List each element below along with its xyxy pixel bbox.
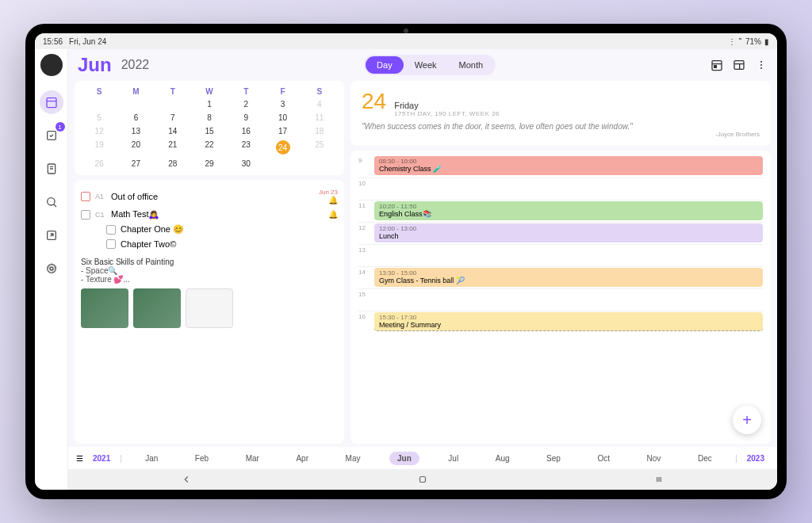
cal-day[interactable]: 8 [191, 111, 228, 124]
cal-day[interactable]: 23 [228, 138, 264, 157]
strip-month-aug[interactable]: Aug [488, 452, 518, 465]
strip-month-may[interactable]: May [338, 452, 369, 465]
strip-month-dec[interactable]: Dec [690, 452, 720, 465]
schedule-row: 13 [358, 244, 763, 266]
cal-day[interactable]: 2 [228, 97, 264, 111]
subtask-item[interactable]: Chapter One 😊 [106, 222, 338, 237]
schedule-event[interactable]: 13:30 - 15:00Gym Class - Tennis ball 🎾 [374, 268, 763, 287]
schedule-row: 10 [358, 178, 763, 200]
sidebar-share-button[interactable] [40, 223, 63, 247]
schedule-hour: 10 [358, 178, 374, 187]
strip-month-apr[interactable]: Apr [288, 452, 316, 465]
recent-button[interactable] [653, 474, 665, 485]
prev-year[interactable]: 2021 [88, 454, 115, 463]
strip-month-sep[interactable]: Sep [538, 452, 569, 465]
cal-day[interactable]: 7 [155, 111, 191, 124]
subtask-item[interactable]: Chapter Two© [106, 237, 338, 251]
view-week-button[interactable]: Week [404, 56, 448, 74]
add-event-button[interactable]: + [733, 406, 761, 434]
sidebar-notes-button[interactable] [40, 157, 63, 181]
task-item[interactable]: C1 Math Test🙇‍♀️ 🔔 [81, 207, 338, 222]
mini-calendar: SMTWTFS 12345678910111213141516171819202… [75, 81, 344, 175]
schedule-event[interactable]: 12:00 - 13:00Lunch [374, 223, 763, 242]
cal-day[interactable]: 26 [81, 157, 117, 170]
cal-day[interactable]: 17 [264, 124, 301, 138]
schedule-event[interactable]: 15:30 - 17:30Meeting / Summary [374, 312, 763, 331]
cal-day[interactable]: 6 [117, 111, 154, 124]
big-date: 24 [362, 89, 386, 114]
cal-day[interactable]: 15 [191, 124, 228, 138]
schedule-hour: 12 [358, 223, 374, 231]
checkbox[interactable] [106, 225, 116, 235]
cal-dow: M [117, 86, 154, 97]
strip-month-feb[interactable]: Feb [187, 452, 216, 465]
strip-month-jul[interactable]: Jul [440, 452, 466, 465]
more-icon[interactable] [755, 59, 768, 71]
cal-day[interactable]: 9 [228, 111, 264, 124]
cal-day[interactable]: 5 [81, 111, 117, 124]
status-date: Fri, Jun 24 [69, 37, 106, 46]
cal-day[interactable]: 4 [301, 97, 338, 111]
sidebar-search-button[interactable] [40, 190, 63, 214]
checkbox[interactable] [81, 192, 90, 201]
tasks-badge: 1 [56, 122, 65, 132]
back-button[interactable] [181, 474, 192, 485]
sidebar-tasks-button[interactable]: 1 [40, 124, 63, 147]
cal-day[interactable]: 22 [191, 138, 228, 157]
schedule-event[interactable]: 10:20 - 11:50English Class📚 [374, 201, 763, 220]
next-year[interactable]: 2023 [742, 454, 769, 463]
sidebar-calendar-button[interactable] [40, 90, 63, 114]
cal-day[interactable]: 11 [301, 111, 338, 124]
cal-day[interactable]: 24 [264, 138, 301, 157]
schedule-row: 1110:20 - 11:50English Class📚 [358, 200, 763, 222]
quote-text: "When success comes in the door, it seem… [362, 122, 760, 131]
strip-month-mar[interactable]: Mar [238, 452, 267, 465]
status-bar: 15:56 Fri, Jun 24 ⋮ ῀ 71% ▮ [35, 33, 777, 49]
note-thumbnail[interactable] [133, 288, 181, 328]
external-link-icon [45, 229, 58, 242]
cal-day[interactable]: 3 [264, 97, 301, 111]
sidebar: 1 [35, 49, 68, 490]
cal-day[interactable]: 21 [155, 138, 191, 157]
avatar[interactable] [40, 54, 63, 76]
today-icon[interactable] [710, 59, 723, 71]
cal-day[interactable]: 16 [228, 124, 264, 138]
strip-month-nov[interactable]: Nov [639, 452, 669, 465]
cal-day[interactable]: 27 [117, 157, 154, 170]
task-item[interactable]: A1 Out of office Jun 23 🔔 [81, 186, 338, 207]
event-time: 12:00 - 13:00 [379, 225, 758, 232]
note-thumbnail[interactable] [81, 288, 128, 328]
cal-day[interactable]: 20 [117, 138, 154, 157]
event-title: Chemistry Class 🧪 [379, 165, 758, 173]
cal-day[interactable]: 28 [155, 157, 191, 170]
home-button[interactable] [417, 474, 428, 485]
event-title: Meeting / Summary [379, 321, 758, 329]
strip-month-oct[interactable]: Oct [589, 452, 618, 465]
cal-day[interactable]: 14 [155, 124, 191, 138]
menu-icon[interactable]: ☰ [76, 454, 83, 463]
sidebar-settings-button[interactable] [40, 257, 63, 281]
view-month-button[interactable]: Month [448, 56, 495, 74]
cal-day[interactable]: 25 [301, 138, 338, 157]
cal-day[interactable]: 10 [264, 111, 301, 124]
cal-day[interactable]: 29 [191, 157, 228, 170]
month-strip: ☰ 2021 | JanFebMarAprMayJunJulAugSepOctN… [68, 447, 777, 469]
event-time: 10:20 - 11:50 [379, 203, 758, 210]
checkbox[interactable] [106, 239, 116, 249]
battery-icon: ▮ [764, 37, 769, 46]
strip-month-jun[interactable]: Jun [389, 452, 419, 465]
cal-day[interactable]: 13 [117, 124, 154, 138]
cal-day[interactable]: 19 [81, 138, 117, 157]
cal-day[interactable]: 30 [228, 157, 264, 170]
view-day-button[interactable]: Day [366, 56, 404, 74]
header: Jun 2022 Day Week Month [68, 49, 777, 81]
cal-day[interactable]: 1 [191, 97, 228, 111]
layout-icon[interactable] [733, 59, 745, 71]
cal-day[interactable]: 18 [301, 124, 338, 138]
strip-month-jan[interactable]: Jan [137, 452, 166, 465]
cal-day[interactable]: 12 [81, 124, 117, 138]
cal-day [264, 157, 301, 170]
checkbox[interactable] [81, 210, 90, 220]
note-thumbnail[interactable] [186, 288, 233, 328]
schedule-event[interactable]: 08:30 - 10:00Chemistry Class 🧪 [374, 156, 763, 175]
